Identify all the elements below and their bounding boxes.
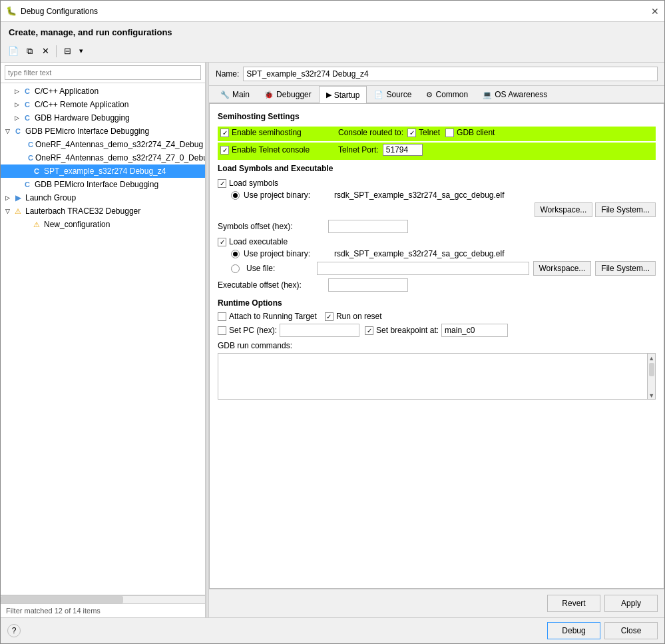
tree-item-lauterbach[interactable]: ▽ ⚠ Lauterbach TRACE32 Debugger xyxy=(1,204,205,218)
load-symbols-label: Load symbols xyxy=(229,178,278,188)
gdb-run-textarea[interactable] xyxy=(218,353,648,400)
gdb-client-label: GDB client xyxy=(457,128,495,137)
subtitle-text: Create, manage, and run configurations xyxy=(9,27,172,37)
delete-config-button[interactable]: ✕ xyxy=(38,44,53,59)
main-content: ▷ C C/C++ Application ▷ C C/C++ Remote A… xyxy=(1,63,664,617)
item-label: Lauterbach TRACE32 Debugger xyxy=(25,206,140,216)
load-executable-row: Load executable xyxy=(218,237,656,246)
help-button[interactable]: ? xyxy=(7,624,21,637)
semihosting-row1: Enable semihosting Console routed to: Te… xyxy=(218,127,656,141)
c-icon: C xyxy=(31,166,42,176)
executable-offset-input[interactable] xyxy=(328,278,408,292)
window-title: Debug Configurations xyxy=(21,7,98,16)
runtime-row2: Set PC (hex): Set breakpoint at: xyxy=(218,324,656,337)
tab-main[interactable]: 🔧 Main xyxy=(213,86,257,103)
scroll-down-arrow[interactable]: ▼ xyxy=(648,392,654,399)
set-breakpoint-input[interactable] xyxy=(441,324,508,337)
tree-item-gdb-pemicro-parent[interactable]: ▽ C GDB PEMicro Interface Debugging xyxy=(1,125,205,138)
tree-item-onere-z4[interactable]: ▷ C OneRF_4Antennas_demo_s32r274_Z4_Debu… xyxy=(1,138,205,151)
c-icon: C xyxy=(22,86,33,97)
warn-icon: ⚠ xyxy=(31,219,42,230)
c-icon: C xyxy=(22,113,33,123)
set-breakpoint-checkbox[interactable] xyxy=(365,326,373,335)
telnet-checkbox[interactable] xyxy=(407,129,416,137)
enable-telnet-checkbox[interactable] xyxy=(220,146,229,155)
gdb-run-label: GDB run commands: xyxy=(218,341,656,350)
workspace-button1[interactable]: Workspace... xyxy=(535,202,593,217)
use-project-binary-radio2[interactable] xyxy=(231,250,240,258)
attach-running-checkbox[interactable] xyxy=(218,312,226,321)
item-label: OneRF_4Antennas_demo_s32r274_Z7_0_Debug xyxy=(35,153,205,162)
config-name-input[interactable] xyxy=(243,67,658,81)
load-executable-label: Load executable xyxy=(229,237,288,246)
filter-input[interactable] xyxy=(5,65,201,80)
tab-startup[interactable]: ▶ Startup xyxy=(319,86,367,103)
debug-button[interactable]: Debug xyxy=(547,622,600,639)
horizontal-scrollbar[interactable] xyxy=(1,595,205,603)
scroll-up-arrow[interactable]: ▲ xyxy=(648,355,654,362)
tree-item-cpp-app[interactable]: ▷ C C/C++ Application xyxy=(1,85,205,98)
close-icon[interactable]: ✕ xyxy=(651,6,659,17)
tree-item-spt-example[interactable]: ▷ C SPT_example_s32r274 Debug_z4 xyxy=(1,164,205,178)
tree-item-gdb-hw[interactable]: ▷ C GDB Hardware Debugging xyxy=(1,111,205,125)
load-symbols-row: Load symbols xyxy=(218,178,656,188)
use-project-binary-value1: rsdk_SPT_example_s32r274_sa_gcc_debug.el… xyxy=(334,190,656,200)
tree-item-gdb-pemicro2[interactable]: ▷ C GDB PEMicro Interface Debugging xyxy=(1,178,205,191)
tab-os-awareness[interactable]: 💻 OS Awareness xyxy=(475,86,554,103)
expand-dropdown[interactable]: ▾ xyxy=(76,44,87,59)
right-panel: Name: 🔧 Main 🐞 Debugger ▶ Startup xyxy=(209,63,664,617)
symbols-offset-row: Symbols offset (hex): xyxy=(218,220,656,233)
use-file-input[interactable] xyxy=(317,262,529,275)
tab-label: Source xyxy=(386,90,411,99)
set-breakpoint-label: Set breakpoint at: xyxy=(376,326,439,335)
filter-status: Filter matched 12 of 14 items xyxy=(1,603,205,617)
enable-semihosting-checkbox[interactable] xyxy=(220,129,229,137)
run-on-reset-checkbox[interactable] xyxy=(325,312,333,321)
executable-offset-label: Executable offset (hex): xyxy=(218,280,324,290)
tab-common[interactable]: ⚙ Common xyxy=(419,86,475,103)
apply-button[interactable]: Apply xyxy=(604,595,658,612)
run-on-reset-label: Run on reset xyxy=(336,312,382,321)
set-pc-checkbox[interactable] xyxy=(218,326,226,335)
telnet-port-input[interactable] xyxy=(383,144,423,156)
close-button[interactable]: Close xyxy=(604,622,658,639)
runtime-title: Runtime Options xyxy=(218,298,656,308)
enable-semihosting-label: Enable semihosting xyxy=(232,128,338,137)
tab-source[interactable]: 📄 Source xyxy=(367,86,419,103)
duplicate-config-button[interactable]: ⧉ xyxy=(22,44,37,59)
telnet-port-label: Telnet Port: xyxy=(338,145,379,155)
filesystem-button1[interactable]: File System... xyxy=(595,202,656,217)
new-config-button[interactable]: 📄 xyxy=(6,44,21,59)
workspace-button2[interactable]: Workspace... xyxy=(533,261,592,276)
tree-item-cpp-remote[interactable]: ▷ C C/C++ Remote Application xyxy=(1,98,205,111)
load-executable-checkbox[interactable] xyxy=(218,238,226,246)
gdb-client-checkbox[interactable] xyxy=(445,129,454,137)
collapse-button[interactable]: ⊟ xyxy=(60,44,75,59)
set-pc-input[interactable] xyxy=(280,324,359,337)
use-file-radio[interactable] xyxy=(231,264,240,273)
gdb-scrollbar[interactable]: ▲ ▼ xyxy=(648,353,656,400)
name-label: Name: xyxy=(216,69,239,79)
gdb-run-area-container: ▲ ▼ xyxy=(218,353,656,400)
use-project-binary-radio1[interactable] xyxy=(231,191,240,200)
tab-label: Common xyxy=(435,90,468,99)
workspace-row1: Workspace... File System... xyxy=(218,202,656,217)
tab-label: Startup xyxy=(334,91,360,100)
source-tab-icon: 📄 xyxy=(374,91,383,99)
enable-telnet-label: Enable Telnet console xyxy=(232,145,338,155)
tree-item-onere-z7[interactable]: ▷ C OneRF_4Antennas_demo_s32r274_Z7_0_De… xyxy=(1,151,205,164)
item-label: GDB PEMicro Interface Debugging xyxy=(35,180,158,189)
use-file-row: Use file: Workspace... File System... xyxy=(218,261,656,276)
use-file-label: Use file: xyxy=(246,264,313,273)
load-symbols-checkbox[interactable] xyxy=(218,179,226,188)
c-icon: C xyxy=(28,139,33,150)
window-icon: 🐛 xyxy=(6,6,17,16)
tab-debugger[interactable]: 🐞 Debugger xyxy=(257,86,319,103)
symbols-offset-input[interactable] xyxy=(328,220,408,233)
revert-button[interactable]: Revert xyxy=(547,595,600,612)
item-label: GDB Hardware Debugging xyxy=(35,113,130,123)
tree-item-launch-group[interactable]: ▷ ▶ Launch Group xyxy=(1,191,205,204)
tabs-bar: 🔧 Main 🐞 Debugger ▶ Startup 📄 Source ⚙ xyxy=(209,86,664,103)
filesystem-button2[interactable]: File System... xyxy=(595,261,656,276)
tree-item-new-config[interactable]: ▷ ⚠ New_configuration xyxy=(1,218,205,231)
